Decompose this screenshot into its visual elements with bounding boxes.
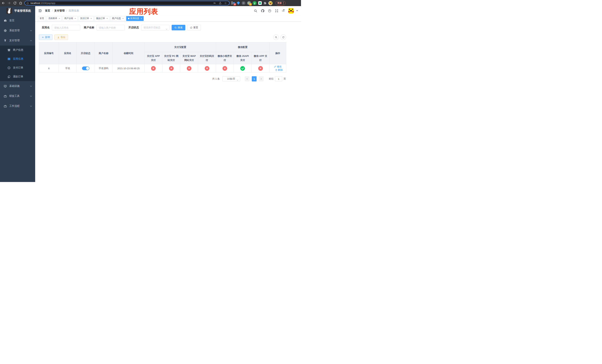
goto-page-input[interactable] [275, 76, 282, 81]
config-status-icon [223, 66, 227, 71]
help-icon[interactable] [268, 9, 271, 13]
refresh-table-button[interactable] [280, 34, 286, 40]
briefcase-icon [3, 104, 7, 108]
site-info-icon[interactable] [26, 2, 29, 4]
browser-home-icon[interactable] [19, 1, 22, 5]
add-button[interactable]: 新增 [39, 34, 53, 40]
col-header-created: 创建时间 [113, 43, 145, 64]
sidebar-item-dev-tools[interactable]: 研发工具 [0, 91, 35, 101]
export-button-label: 导出 [61, 36, 65, 39]
extensions-puzzle-icon[interactable] [263, 1, 267, 5]
tag-close-icon[interactable]: × [91, 17, 92, 20]
browser-reload-icon[interactable] [13, 1, 17, 5]
app-logo [6, 8, 12, 14]
status-select-placeholder: 请选择开启状态 [143, 26, 160, 29]
user-avatar[interactable] [288, 8, 294, 13]
sidebar-item-payment[interactable]: ¥ 支付管理 [0, 36, 35, 45]
font-size-icon[interactable]: TT [282, 9, 285, 12]
header-search-icon[interactable] [254, 9, 257, 13]
bookmark-star-icon[interactable]: ☆ [224, 2, 227, 4]
sidebar-item-system[interactable]: 系统管理 [0, 26, 35, 36]
password-key-icon[interactable] [213, 2, 216, 4]
goto-label: 前往 [269, 77, 274, 81]
avatar-caret-icon[interactable] [296, 10, 298, 11]
tag-close-icon[interactable]: × [107, 17, 108, 20]
address-bar[interactable]: localhost:1024/pay/app ☆ [24, 1, 230, 5]
col-header-alipay-pc: 支付宝 PC 网站支付 [162, 52, 180, 64]
extension-chat-icon[interactable] [258, 1, 262, 5]
extension-command-icon[interactable]: ⌘ [242, 1, 246, 5]
extensions-area: 10 ⌘ 1 y 更新 [231, 0, 286, 6]
tag-close-icon[interactable]: × [59, 17, 60, 20]
table-toolbar: 新增 导出 [39, 34, 286, 40]
sidebar-item-refund-orders[interactable]: 退款订单 [0, 72, 35, 81]
cell-alipay-app [145, 64, 162, 73]
prev-page-button[interactable] [245, 76, 249, 81]
fullscreen-icon[interactable] [275, 9, 279, 13]
export-button[interactable]: 导出 [54, 34, 68, 40]
document-icon [7, 75, 11, 78]
sidebar-item-merchant-info[interactable]: 商户信息 [0, 45, 35, 54]
sidebar-item-infrastructure[interactable]: 基础设施 [0, 81, 35, 91]
cell-created-time: 2021-10-23 08:49:25 [113, 64, 145, 73]
sidebar-item-app-info[interactable]: 应用信息 [0, 54, 35, 63]
tag-merchant-info[interactable]: 商户信息× [110, 16, 125, 21]
browser-forward-icon[interactable] [7, 1, 11, 5]
tag-close-icon[interactable]: × [75, 17, 76, 20]
config-status-icon [169, 66, 174, 71]
sidebar-item-workflow[interactable]: 工作流程 [0, 101, 35, 111]
search-button[interactable]: 搜索 [172, 25, 185, 30]
tag-refund-orders[interactable]: 退款订单× [94, 16, 109, 21]
extension-grid-icon[interactable]: 10 [231, 1, 235, 5]
filter-label-merchant-name: 商户名称 [84, 26, 94, 29]
config-status-icon [151, 66, 156, 71]
tag-pay-orders[interactable]: 支付订单× [78, 16, 94, 21]
share-icon[interactable] [219, 2, 222, 4]
tag-label: 首页 [40, 17, 44, 20]
github-icon[interactable] [261, 9, 264, 13]
tag-close-icon[interactable]: × [141, 17, 142, 20]
extension-badge: 1 [249, 3, 252, 6]
merchant-name-input[interactable] [97, 25, 125, 30]
grid-icon [7, 57, 11, 61]
tag-process-form[interactable]: 流程表单× [47, 16, 62, 21]
breadcrumb-home[interactable]: 首页 [45, 9, 50, 12]
extension-meet-icon[interactable]: 1 [247, 1, 251, 5]
col-header-status: 开启状态 [77, 43, 95, 64]
browser-update-button[interactable]: 更新 [275, 1, 286, 5]
hamburger-icon[interactable] [38, 9, 42, 13]
toggle-search-button[interactable] [273, 34, 279, 40]
chevron-down-icon [30, 86, 32, 87]
tag-home[interactable]: 首页 [38, 16, 46, 21]
sidebar-logo-row[interactable]: 芋道管理系统 [0, 6, 35, 16]
page-size-select[interactable]: 10条/页 [222, 76, 240, 81]
browser-menu-icon[interactable] [283, 2, 284, 4]
chevron-down-icon [30, 106, 32, 107]
sidebar-item-label: 支付订单 [13, 66, 23, 69]
tag-label: 支付订单 [80, 17, 89, 20]
chevron-right-icon [260, 78, 262, 80]
sidebar-item-pay-orders[interactable]: ¥ 支付订单 [0, 63, 35, 72]
profile-avatar[interactable] [269, 1, 272, 5]
breadcrumb-payment[interactable]: 支付管理 [54, 9, 64, 12]
page-size-label: 10条/页 [227, 77, 235, 81]
tag-close-icon[interactable]: × [122, 17, 124, 20]
browser-back-icon[interactable] [2, 1, 5, 5]
delete-link[interactable]: 删除 [275, 68, 283, 72]
reset-button[interactable]: 重置 [187, 25, 201, 30]
tag-app-info[interactable]: 应用信息× [126, 16, 144, 21]
col-header-wechat-app: 微信 APP 支付 [252, 52, 269, 64]
tag-user-group[interactable]: 用户分组× [63, 16, 77, 21]
next-page-button[interactable] [259, 76, 264, 81]
search-button-label: 搜索 [178, 26, 183, 29]
edit-link[interactable]: 修改 [274, 65, 282, 68]
status-select[interactable]: 请选择开启状态 [141, 25, 169, 30]
page-number-button[interactable]: 1 [252, 76, 257, 81]
table-row: 6 芋道 芋道源码 2021-10-23 08:49:25 [39, 64, 286, 73]
command-glyph: ⌘ [243, 2, 245, 4]
extension-y-icon[interactable]: y [253, 1, 257, 5]
extension-gem-icon[interactable] [237, 1, 240, 5]
sidebar-item-home[interactable]: 首页 [0, 16, 35, 26]
app-name-input[interactable] [52, 25, 80, 30]
status-toggle[interactable] [82, 66, 89, 70]
